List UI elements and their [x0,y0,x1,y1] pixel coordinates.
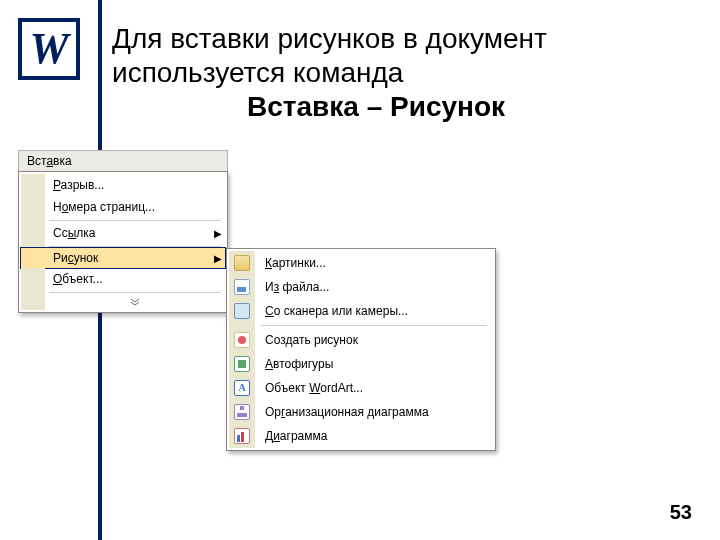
heading-line-2: Вставка – Рисунок [112,90,696,124]
submenu-item[interactable]: Диаграмма [229,424,493,448]
submenu-item[interactable]: Со сканера или камеры... [229,299,493,323]
submenu-arrow-icon: ▶ [211,228,225,239]
slide-heading: Для вставки рисунков в документ использу… [112,22,696,124]
submenu-item[interactable]: AОбъект WordArt... [229,376,493,400]
heading-line-1: Для вставки рисунков в документ использу… [112,23,547,88]
submenu-item[interactable]: Из файла... [229,275,493,299]
submenu-item-label: Объект WordArt... [255,381,493,395]
menu-item-label: Рисунок [45,251,211,265]
submenu-item-label: Из файла... [255,280,493,294]
app-logo-letter: W [29,27,68,71]
submenu-item-label: Со сканера или камеры... [255,304,493,318]
app-logo: W [18,18,80,80]
submenu-arrow-icon: ▶ [211,253,225,264]
menu-item-label: Объект... [45,272,211,286]
chart-icon [229,424,255,448]
shape-icon [229,352,255,376]
menu-item[interactable]: Разрыв... [21,174,225,196]
pic-icon [229,251,255,275]
submenu-item[interactable]: Картинки... [229,251,493,275]
menu-dropdown: Разрыв...Номера страниц...Ссылка▶Рисунок… [18,171,228,313]
insert-menu: Вставка Разрыв...Номера страниц...Ссылка… [18,150,228,313]
submenu-item-label: Картинки... [255,256,493,270]
menu-item-iconcol [21,174,45,196]
submenu-item-label: Автофигуры [255,357,493,371]
file-icon [229,275,255,299]
org-icon [229,400,255,424]
menu-title[interactable]: Вставка [18,150,228,171]
expand-menu-button[interactable] [21,294,225,310]
menu-item[interactable]: Объект... [21,268,225,290]
submenu-item-label: Создать рисунок [255,333,493,347]
submenu-item[interactable]: Создать рисунок [229,328,493,352]
menu-item-label: Номера страниц... [45,200,211,214]
menu-item[interactable]: Номера страниц... [21,196,225,218]
submenu-item[interactable]: Организационная диаграмма [229,400,493,424]
picture-submenu: Картинки...Из файла...Со сканера или кам… [226,248,496,451]
cam-icon [229,299,255,323]
draw-icon [229,328,255,352]
menu-item-iconcol [21,196,45,218]
menu-item[interactable]: Ссылка▶ [21,222,225,244]
submenu-item-label: Организационная диаграмма [255,405,493,419]
menu-item-iconcol [21,268,45,290]
wart-icon: A [229,376,255,400]
menu-item-label: Разрыв... [45,178,211,192]
menu-item[interactable]: Рисунок▶ [20,247,226,269]
submenu-item[interactable]: Автофигуры [229,352,493,376]
submenu-item-label: Диаграмма [255,429,493,443]
menu-item-iconcol [21,222,45,244]
menu-item-label: Ссылка [45,226,211,240]
menu-item-iconcol [21,248,45,268]
page-number: 53 [670,501,692,524]
